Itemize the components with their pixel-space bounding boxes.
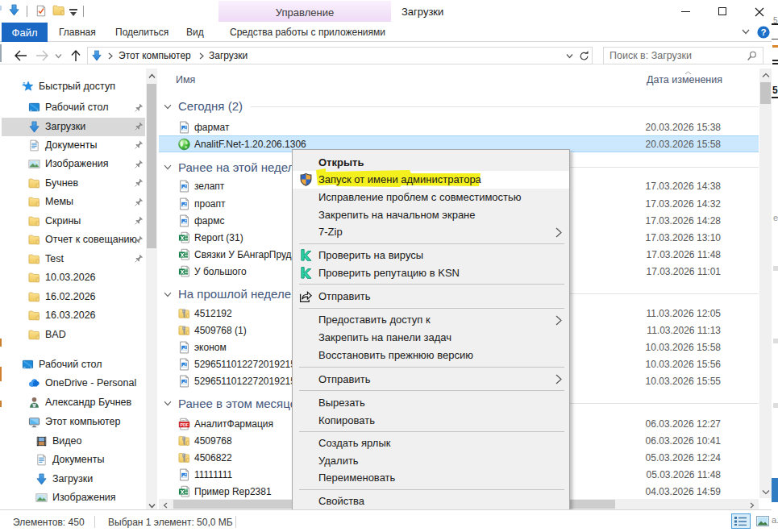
svg-text:?: ? (760, 27, 766, 37)
